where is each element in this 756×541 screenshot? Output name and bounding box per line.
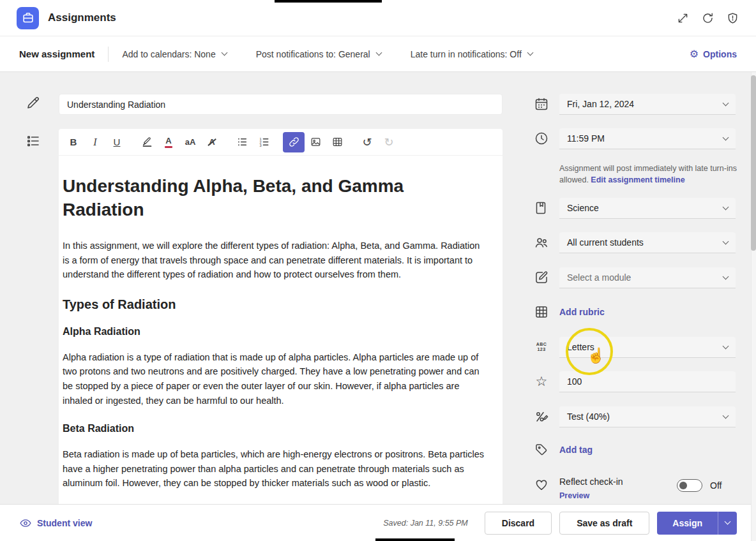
points-star-icon: ☆	[534, 374, 549, 389]
reflect-checkin-label: Reflect check-in	[559, 477, 623, 487]
due-time-dropdown[interactable]: 11:59 PM	[559, 128, 736, 149]
numbered-list-button[interactable]: 1 2 3	[253, 132, 275, 152]
reflect-toggle[interactable]	[677, 479, 702, 492]
footer-bar: Student view Saved: Jan 11, 9:55 PM Disc…	[0, 504, 756, 541]
chevron-down-icon	[723, 412, 729, 419]
table-icon	[331, 136, 344, 148]
assignments-window: Assignments Ne	[0, 0, 756, 541]
calendars-dropdown-label: Add to calendars: None	[122, 49, 215, 59]
insert-image-button[interactable]	[305, 132, 326, 152]
chevron-down-icon	[723, 134, 729, 140]
svg-text:3: 3	[259, 144, 261, 147]
rubric-grid-icon	[534, 304, 549, 320]
screen-artifact-bottom	[375, 538, 455, 541]
heart-icon	[534, 477, 549, 492]
shield-icon[interactable]	[726, 11, 739, 25]
font-color-button[interactable]: A	[158, 132, 179, 152]
screen-artifact-top	[275, 0, 382, 3]
bold-button[interactable]: B	[63, 132, 84, 152]
italic-button[interactable]: I	[84, 132, 106, 152]
clock-icon	[534, 131, 549, 146]
gear-icon: ⚙	[690, 49, 699, 59]
grading-scheme-dropdown[interactable]: Letters	[559, 337, 736, 358]
font-color-bar	[165, 146, 172, 148]
post-notifications-label: Post notifications to: General	[256, 49, 370, 59]
points-input[interactable]: 100	[559, 371, 736, 392]
reflect-toggle-state: Off	[710, 479, 722, 492]
discard-button[interactable]: Discard	[485, 512, 552, 535]
class-dropdown[interactable]: Science	[559, 198, 736, 219]
bullet-list-icon	[236, 136, 248, 148]
link-icon	[288, 136, 300, 148]
doc-heading-2: Types of Radiation	[63, 297, 486, 312]
module-placeholder: Select a module	[567, 272, 631, 283]
font-size-button[interactable]: aA	[179, 132, 201, 152]
underline-button[interactable]: U	[106, 132, 128, 152]
bullet-list-button[interactable]	[231, 132, 253, 152]
assign-button[interactable]: Assign	[657, 512, 718, 535]
highlight-button[interactable]	[136, 132, 158, 152]
scrollbar-thumb[interactable]	[751, 75, 756, 251]
chevron-down-icon	[723, 343, 729, 349]
add-rubric-link[interactable]: Add rubric	[559, 307, 605, 317]
image-icon	[310, 136, 322, 148]
abc-icon-bottom: 123	[534, 347, 549, 352]
options-button[interactable]: ⚙ Options	[690, 49, 737, 59]
assignments-app-icon	[17, 7, 39, 29]
chevron-down-icon	[221, 50, 227, 56]
undo-button[interactable]: ↺	[356, 132, 378, 152]
late-notifications-dropdown[interactable]: Late turn in notifications: Off	[411, 49, 533, 59]
doc-heading-alpha: Alpha Radiation	[63, 326, 486, 337]
assignment-title-input[interactable]	[59, 94, 503, 115]
expand-icon[interactable]	[676, 11, 690, 25]
students-dropdown[interactable]: All current students	[559, 232, 736, 253]
post-notifications-dropdown[interactable]: Post notifications to: General	[256, 49, 381, 59]
assign-split-button: Assign	[657, 512, 737, 535]
students-value: All current students	[567, 237, 644, 248]
add-tag-link[interactable]: Add tag	[559, 445, 593, 455]
edit-timeline-link[interactable]: Edit assignment timeline	[591, 175, 684, 184]
late-notifications-label: Late turn in notifications: Off	[411, 49, 522, 59]
refresh-icon[interactable]	[701, 11, 714, 25]
numbered-list-icon: 1 2 3	[258, 136, 270, 148]
options-label: Options	[703, 49, 737, 59]
student-view-label: Student view	[37, 518, 92, 528]
grading-category-dropdown[interactable]: Test (40%)	[559, 406, 736, 427]
highlighter-icon	[141, 136, 153, 148]
abc-icon-top: ABC	[534, 342, 549, 347]
insert-table-button[interactable]	[326, 132, 348, 152]
format-toolbar: B I U A aA A	[59, 129, 503, 156]
grading-scheme-icon: ABC 123	[534, 339, 549, 355]
reflect-preview-link[interactable]: Preview	[559, 491, 589, 500]
save-draft-button[interactable]: Save as draft	[559, 512, 649, 535]
doc-paragraph-beta: Beta radiation is made up of beta partic…	[63, 447, 486, 491]
module-dropdown[interactable]: Select a module	[559, 267, 736, 288]
edit-title-pencil-icon	[26, 95, 41, 110]
points-value: 100	[567, 376, 582, 387]
clear-format-button[interactable]: A	[201, 132, 223, 152]
student-view-button[interactable]: Student view	[19, 517, 92, 530]
grading-scheme-value: Letters	[567, 342, 594, 352]
calendars-dropdown[interactable]: Add to calendars: None	[122, 49, 226, 59]
assign-dropdown-button[interactable]	[718, 512, 737, 535]
chevron-down-icon	[723, 238, 729, 244]
header-actions	[676, 11, 739, 25]
due-date-value: Fri, Jan 12, 2024	[567, 99, 634, 109]
grading-category-value: Test (40%)	[567, 411, 610, 422]
doc-paragraph-intro: In this assignment, we will explore the …	[63, 239, 486, 282]
chevron-down-icon	[723, 204, 729, 210]
insert-link-button[interactable]	[283, 132, 305, 152]
notebook-icon	[534, 200, 549, 216]
briefcase-icon	[21, 11, 35, 25]
divider	[108, 47, 109, 62]
saved-timestamp: Saved: Jan 11, 9:55 PM	[383, 519, 468, 528]
module-icon	[534, 270, 549, 285]
chevron-down-icon	[725, 519, 731, 525]
doc-heading-1: Understanding Alpha, Beta, and Gamma Rad…	[63, 175, 486, 222]
tab-new-assignment[interactable]: New assignment	[19, 48, 94, 59]
eye-icon	[19, 517, 32, 530]
due-time-value: 11:59 PM	[567, 133, 605, 144]
grading-category-icon	[534, 409, 549, 424]
due-date-dropdown[interactable]: Fri, Jan 12, 2024	[559, 94, 736, 115]
instructions-editor[interactable]: Understanding Alpha, Beta, and Gamma Rad…	[59, 156, 503, 504]
